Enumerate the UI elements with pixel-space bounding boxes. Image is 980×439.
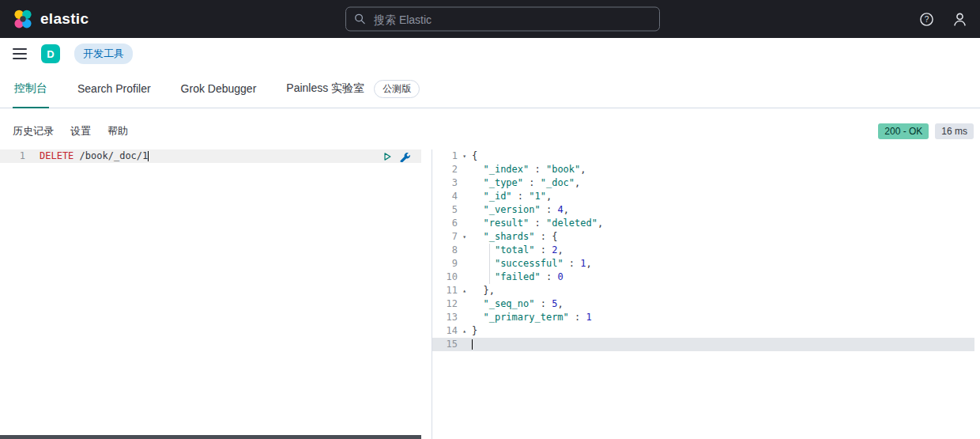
tab-console[interactable]: 控制台 — [13, 70, 49, 108]
response-editor-line[interactable]: 1▾{ — [432, 149, 974, 163]
code-token: , — [564, 204, 569, 215]
code-token — [472, 177, 483, 188]
tab-search-profiler[interactable]: Search Profiler — [76, 70, 153, 108]
line-number: 15 — [432, 338, 467, 351]
tab-grok-debugger[interactable]: Grok Debugger — [179, 70, 258, 108]
code-token: "_doc" — [541, 177, 575, 188]
code-text — [467, 338, 974, 351]
line-number: 2 — [432, 163, 467, 176]
code-token: 0 — [557, 271, 563, 282]
code-text: "failed" : 0 — [467, 271, 974, 284]
response-editor-line[interactable]: 12 "_seq_no" : 5, — [432, 297, 974, 311]
code-token: /book/_doc/1 — [74, 150, 148, 161]
code-text: "total" : 2, — [467, 244, 974, 257]
dev-tools-tabs: 控制台 Search Profiler Grok Debugger Painle… — [0, 70, 980, 108]
code-token: "_shards" — [483, 231, 534, 242]
history-button[interactable]: 历史记录 — [13, 124, 54, 138]
code-token — [472, 244, 495, 255]
beta-badge: 公测版 — [374, 80, 420, 98]
request-editor-line[interactable]: 1DELETE /book/_doc/1 — [0, 149, 421, 163]
code-token: 4 — [557, 204, 563, 215]
status-badge: 200 - OK — [878, 123, 929, 139]
user-profile-icon[interactable] — [952, 11, 967, 27]
console-toolbar: 历史记录 设置 帮助 200 - OK 16 ms — [0, 119, 980, 143]
code-token: 1 — [580, 258, 586, 269]
help-button[interactable]: 帮助 — [107, 124, 128, 138]
response-editor-line[interactable]: 5 "_version" : 4, — [432, 203, 974, 217]
kibana-dev-tools-page: elastic ? — [0, 0, 980, 439]
help-icon[interactable]: ? — [918, 11, 934, 27]
code-token — [472, 218, 483, 229]
response-editor-line[interactable]: 14▴} — [432, 324, 974, 338]
send-request-icon[interactable] — [383, 152, 392, 161]
code-token: , — [597, 218, 603, 229]
indent-guide — [489, 244, 490, 257]
code-text: "_id" : "1", — [467, 190, 974, 203]
response-editor-line[interactable]: 9 "successful" : 1, — [432, 257, 974, 271]
code-token: , — [586, 258, 592, 269]
code-token — [472, 298, 483, 309]
fold-open-icon[interactable]: ▾ — [462, 230, 466, 244]
code-token: : — [541, 204, 558, 215]
code-text: "_version" : 4, — [467, 203, 974, 217]
fold-open-icon[interactable]: ▾ — [462, 149, 466, 163]
header-actions: ? — [918, 11, 967, 27]
console-editors: 1DELETE /book/_doc/1 1▾{2 "_index" : "bo… — [0, 149, 980, 439]
code-text: "_primary_term" : 1 — [467, 311, 974, 324]
code-token: }, — [472, 285, 495, 296]
elastic-home-link[interactable]: elastic — [13, 9, 89, 29]
wrench-icon[interactable] — [399, 151, 410, 162]
response-editor-line[interactable]: 2 "_index" : "book", — [432, 163, 974, 176]
request-actions — [383, 150, 410, 162]
response-editor-line[interactable]: 8 "total" : 2, — [432, 244, 974, 257]
code-token: : — [541, 271, 558, 282]
code-token: "_type" — [483, 177, 523, 188]
global-search-input[interactable] — [372, 12, 651, 26]
space-avatar[interactable]: D — [41, 44, 60, 63]
settings-button[interactable]: 设置 — [70, 124, 91, 138]
code-text: "result" : "deleted", — [467, 217, 974, 230]
pane-resize-handle[interactable] — [421, 149, 432, 439]
response-editor-line[interactable]: 10 "failed" : 0 — [432, 271, 974, 284]
tab-label: Search Profiler — [77, 82, 151, 95]
breadcrumb-dev-tools[interactable]: 开发工具 — [74, 44, 133, 64]
code-token: "book" — [546, 164, 580, 175]
response-editor-line[interactable]: 6 "result" : "deleted", — [432, 217, 974, 230]
code-token: , — [575, 177, 580, 188]
code-token: : — [512, 191, 530, 202]
code-token: { — [472, 150, 477, 161]
response-editor-line[interactable]: 3 "_type" : "_doc", — [432, 176, 974, 190]
indent-guide — [489, 271, 490, 284]
code-text: } — [467, 324, 974, 338]
code-token: : — [534, 244, 552, 255]
code-token: , — [557, 298, 563, 309]
response-editor-line[interactable]: 15 — [432, 338, 974, 351]
response-editor-line[interactable]: 7▾ "_shards" : { — [432, 230, 974, 244]
code-token — [472, 312, 483, 323]
request-editor[interactable]: 1DELETE /book/_doc/1 — [0, 149, 421, 439]
menu-toggle-button[interactable] — [13, 48, 27, 59]
breadcrumb-bar: D 开发工具 — [0, 38, 980, 70]
code-token: "_primary_term" — [483, 312, 568, 323]
code-token: "successful" — [495, 258, 564, 269]
tab-painless-lab[interactable]: Painless 实验室 公测版 — [285, 70, 421, 108]
code-token — [472, 191, 483, 202]
fold-close-icon[interactable]: ▴ — [462, 284, 466, 297]
response-editor-line[interactable]: 13 "_primary_term" : 1 — [432, 311, 974, 324]
line-number: 14▴ — [432, 324, 467, 338]
code-text: "_index" : "book", — [467, 163, 974, 176]
code-token: : — [569, 312, 586, 323]
request-horizontal-scrollbar[interactable] — [0, 435, 421, 439]
response-editor-line[interactable]: 11▴ }, — [432, 284, 974, 297]
latency-badge: 16 ms — [935, 123, 974, 139]
code-token: "_id" — [483, 191, 511, 202]
fold-close-icon[interactable]: ▴ — [462, 324, 466, 338]
tab-label: 控制台 — [14, 81, 47, 96]
global-search-bar[interactable] — [345, 7, 660, 32]
response-editor-line[interactable]: 4 "_id" : "1", — [432, 190, 974, 203]
code-token: DELETE — [40, 150, 74, 161]
code-token: "result" — [483, 218, 529, 229]
indent-guide — [489, 257, 490, 271]
line-number: 12 — [432, 297, 467, 311]
response-editor[interactable]: 1▾{2 "_index" : "book",3 "_type" : "_doc… — [432, 149, 974, 439]
